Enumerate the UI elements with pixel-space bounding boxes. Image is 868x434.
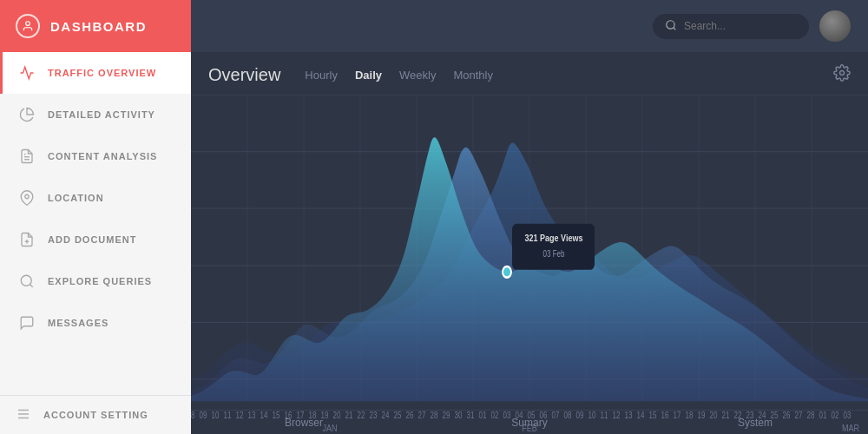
tab-daily[interactable]: Daily [355,67,382,83]
search-icon [18,273,36,290]
nav-label-messages: MESSAGES [48,318,108,328]
svg-line-12 [674,27,676,30]
sidebar-footer[interactable]: ACCOUNT SETTING [0,395,191,434]
search-box[interactable] [653,14,809,39]
message-icon [18,314,36,332]
search-input[interactable] [684,20,797,32]
svg-line-7 [30,284,32,286]
avatar [819,10,851,42]
bottom-label-summary: Sumary [417,411,642,434]
nav-label-content-analysis: CONTENT ANALYSIS [48,151,157,161]
sidebar-item-add-document[interactable]: ADD DOCUMENT [0,219,191,260]
settings-icon [16,406,31,424]
sidebar-item-location[interactable]: LOCATION [0,177,191,219]
topbar [191,0,868,52]
chart-title: Overview [208,65,280,85]
tab-weekly[interactable]: Weekly [399,67,436,83]
dashboard-icon [16,14,40,38]
nav-label-explore-queries: EXPLORE QUERIES [48,276,152,286]
sidebar-item-traffic-overview[interactable]: TRAFFIC OVERVIEW [0,52,191,94]
svg-text:321 Page Views: 321 Page Views [525,233,583,243]
file-plus-icon [18,231,36,248]
bottom-label-system: System [642,411,868,434]
bottom-label-browser: Browser [191,411,417,434]
app-container: DASHBOARD TRAFFIC OVERVIEW DETAILED ACTI… [0,0,868,434]
chart-header: Overview Hourly Daily Weekly Monthly [191,52,868,95]
svg-point-89 [503,266,511,278]
sidebar-header: DASHBOARD [0,0,191,52]
file-text-icon [18,148,36,165]
chart-settings-button[interactable] [833,64,851,86]
sidebar-nav: TRAFFIC OVERVIEW DETAILED ACTIVITY CONTE… [0,52,191,395]
svg-point-13 [840,71,845,76]
chart-svg: 08 09 10 11 12 13 14 15 16 17 18 19 20 2… [191,95,868,434]
nav-label-traffic-overview: TRAFFIC OVERVIEW [48,68,156,78]
chart-tabs: Hourly Daily Weekly Monthly [305,67,493,83]
chart-area: Overview Hourly Daily Weekly Monthly [191,52,868,434]
svg-point-3 [25,194,30,199]
account-setting-label: ACCOUNT SETTING [43,410,148,420]
map-pin-icon [18,189,36,207]
sidebar-item-messages[interactable]: MESSAGES [0,302,191,344]
nav-label-location: LOCATION [48,193,104,203]
svg-point-6 [21,275,31,286]
nav-label-detailed-activity: DETAILED ACTIVITY [48,109,155,120]
chart-wrapper: 08 09 10 11 12 13 14 15 16 17 18 19 20 2… [191,95,868,434]
search-topbar-icon [665,19,677,34]
svg-text:03 Feb: 03 Feb [543,249,565,259]
svg-point-11 [667,20,674,28]
main-content: Overview Hourly Daily Weekly Monthly [191,0,868,434]
sidebar-item-detailed-activity[interactable]: DETAILED ACTIVITY [0,94,191,135]
tab-monthly[interactable]: Monthly [453,67,493,83]
nav-label-add-document: ADD DOCUMENT [48,234,136,245]
svg-rect-90 [512,224,595,270]
sidebar-item-explore-queries[interactable]: EXPLORE QUERIES [0,260,191,302]
dashboard-title: DASHBOARD [50,19,147,34]
sidebar-item-content-analysis[interactable]: CONTENT ANALYSIS [0,135,191,177]
svg-point-0 [26,22,30,26]
activity-icon [18,64,36,82]
sidebar: DASHBOARD TRAFFIC OVERVIEW DETAILED ACTI… [0,0,191,434]
pie-chart-icon [18,106,36,123]
avatar-image [819,10,851,42]
tab-hourly[interactable]: Hourly [305,67,338,83]
